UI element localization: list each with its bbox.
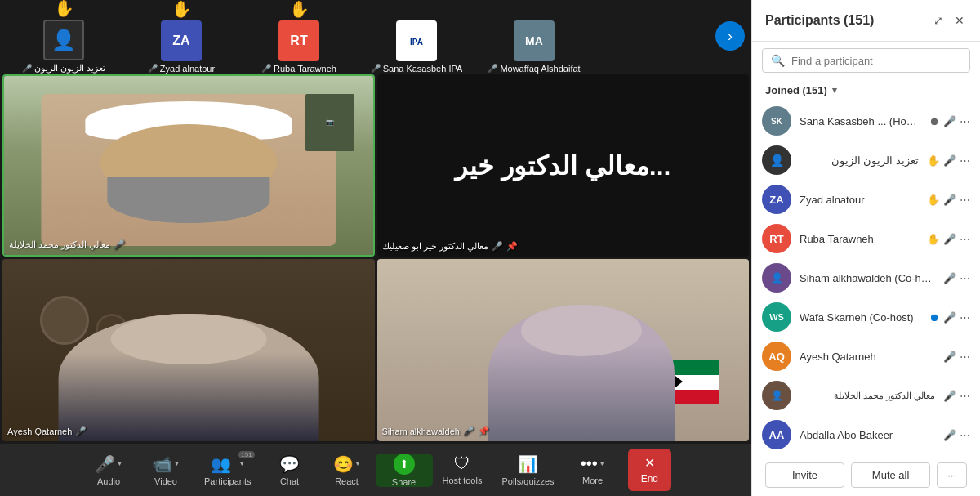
mic-off-icon-ruba: 🎤 <box>261 64 271 73</box>
invite-button[interactable]: Invite <box>765 462 844 488</box>
panel-footer: Invite Mute all ··· <box>752 454 980 496</box>
participant-controls-mohalileh: 🎤 ⋯ <box>943 390 970 402</box>
participant-name-zyad: Zyad alnatour <box>800 194 919 206</box>
video-button[interactable]: 📹 ▼ Video <box>137 454 194 486</box>
polls-icon: 📊 <box>518 454 538 474</box>
more-button[interactable]: ••• ▼ More <box>564 454 621 485</box>
hand-icon-ruba: ✋ <box>927 233 940 245</box>
react-button[interactable]: 😊 ▼ React <box>318 454 376 486</box>
chat-button[interactable]: 💬 Chat <box>261 454 318 486</box>
participant-name-tzyed: تعزيد الزيون الزيون <box>800 154 919 167</box>
more-icon-ruba: ⋯ <box>960 233 970 245</box>
video-cell-siham: ✦ 📌 🎤 Siham alkhawaldeh <box>377 259 750 441</box>
participants-panel: Participants (151) ⤢ ✕ 🔍 Joined (151) ▾ … <box>751 0 980 496</box>
participant-row-zyad[interactable]: ZA Zyad alnatour ✋ 🎤 ⋯ <box>752 180 980 219</box>
strip-name-sana: 🎤 Sana Kasasbeh IPA <box>371 64 463 74</box>
search-box[interactable]: 🔍 <box>762 48 970 73</box>
participant-info-abdalla: Abdalla Abo Bakeer <box>800 429 935 441</box>
more-options-button[interactable]: ··· <box>937 462 967 488</box>
participant-name-sana: Sana Kasasbeh ... (Host, me) <box>800 115 921 127</box>
mic-off-icon: 🎤 <box>22 64 32 73</box>
video-icon: 📹 <box>152 454 172 474</box>
share-button[interactable]: ⬆ Share <box>376 454 433 487</box>
mic-icon-abdalla: 🎤 <box>943 429 956 441</box>
search-input[interactable] <box>791 55 961 67</box>
strip-participant-ruba[interactable]: ✋ RT 🎤 Ruba Tarawneh <box>242 0 356 74</box>
participant-info-mohalileh: معالي الدكتور محمد الخلايلة <box>800 391 935 401</box>
mic-off-icon-sana: 🎤 <box>371 64 381 73</box>
search-icon: 🔍 <box>771 54 785 67</box>
participant-info-zyad: Zyad alnatour <box>800 194 919 206</box>
participants-button[interactable]: 👥 151 ▼ Participants <box>194 454 261 486</box>
participant-row-ayesh[interactable]: AQ Ayesh Qatarneh 🎤 ⋯ <box>752 337 980 376</box>
participant-avatar-sana: SK <box>762 106 791 136</box>
close-panel-button[interactable]: ✕ <box>952 11 967 29</box>
participant-row-ruba[interactable]: RT Ruba Tarawneh ✋ 🎤 ⋯ <box>752 219 980 258</box>
audio-icon: 🎤 <box>95 454 115 474</box>
mute-all-button[interactable]: Mute all <box>851 462 930 488</box>
video-grid: 📷 🎤 معالي الدكتور محمد الخلايلة ...معالي… <box>0 72 751 444</box>
next-participants-button[interactable]: › <box>715 21 745 51</box>
end-icon: ✕ <box>644 455 655 471</box>
participant-avatar-zyad: ZA <box>762 185 791 214</box>
participant-info-ayesh: Ayesh Qatarneh <box>800 351 935 363</box>
participant-controls-tzyed: ✋ 🎤 ⋯ <box>927 154 970 167</box>
more-icon-mohalileh: ⋯ <box>960 390 970 402</box>
participant-info-tzyed: تعزيد الزيون الزيون <box>800 154 919 167</box>
strip-participant-tzyed[interactable]: ✋ 👤 🎤 تعزيد الزيون الزيون <box>7 0 121 74</box>
strip-name-ruba: 🎤 Ruba Tarawneh <box>261 64 336 74</box>
participant-row-tzyed[interactable]: 👤 تعزيد الزيون الزيون ✋ 🎤 ⋯ <box>752 141 980 180</box>
mic-icon-zyad: 🎤 <box>943 194 956 206</box>
main-video-area: ✋ 👤 🎤 تعزيد الزيون الزيون ✋ ZA 🎤 Zyad al… <box>0 0 751 496</box>
participant-name-siham: Siham alkhawaldeh (Co-host) <box>800 272 935 284</box>
panel-title: Participants (151) <box>765 13 874 28</box>
host-tools-button[interactable]: 🛡 Host tools <box>433 454 492 485</box>
more-icon-sana: ⋯ <box>960 115 970 127</box>
participants-icon: 👥 <box>211 454 231 474</box>
hand-icon-zyad: ✋ <box>927 194 940 206</box>
strip-participant-zyad[interactable]: ✋ ZA 🎤 Zyad alnatour <box>124 0 238 74</box>
participant-avatar-ruba: RT <box>762 224 791 253</box>
participant-avatar-abdalla: AA <box>762 420 791 449</box>
participant-row-abdalla[interactable]: AA Abdalla Abo Bakeer 🎤 ⋯ <box>752 415 980 454</box>
video-label-siham: 📌 🎤 Siham alkhawaldeh <box>382 426 489 436</box>
chat-icon: 💬 <box>279 454 300 474</box>
more-icon-ayesh: ⋯ <box>960 351 970 363</box>
video-label-ayesh: 🎤 Ayesh Qatarneh <box>7 426 87 436</box>
strip-name-tzyed: 🎤 تعزيد الزيون الزيون <box>22 63 105 74</box>
participant-name-ruba: Ruba Tarawneh <box>800 233 919 245</box>
more-icon-tzyed: ⋯ <box>960 154 970 167</box>
participant-avatar-mohalileh: 👤 <box>762 381 791 410</box>
host-tools-icon: 🛡 <box>454 454 470 473</box>
strip-name-mowaffaq: 🎤 Mowaffaq Alshdaifat <box>488 64 580 74</box>
strip-participant-sana[interactable]: ✋ IPA 🎤 Sana Kasasbeh IPA <box>359 0 474 74</box>
participant-row-sana[interactable]: SK Sana Kasasbeh ... (Host, me) ⏺ 🎤 ⋯ <box>752 101 980 141</box>
participant-controls-ayesh: 🎤 ⋯ <box>943 351 970 363</box>
mic-icon-ruba: 🎤 <box>943 233 956 245</box>
arabic-title: ...معالي الدكتور خير <box>455 150 670 181</box>
video-cell-dark: ...معالي الدكتور خير 📌 🎤 معالي الدكتور خ… <box>377 74 750 257</box>
participants-list: SK Sana Kasasbeh ... (Host, me) ⏺ 🎤 ⋯ 👤 … <box>752 101 980 454</box>
mic-icon-siham: 🎤 <box>943 272 956 284</box>
audio-button[interactable]: 🎤 ▼ Audio <box>80 454 137 486</box>
end-button[interactable]: ✕ End <box>628 449 671 491</box>
toolbar: 🎤 ▼ Audio 📹 ▼ Video 👥 151 ▼ Participants… <box>0 444 751 496</box>
participant-avatar-ayesh: AQ <box>762 342 791 371</box>
video-label-dark: 📌 🎤 معالي الدكتور خير ابو صعيليك <box>382 241 518 252</box>
participant-row-mohalileh[interactable]: 👤 معالي الدكتور محمد الخلايلة 🎤 ⋯ <box>752 376 980 415</box>
mic-icon-sana: 🎤 <box>943 115 956 127</box>
video-label-imam: 🎤 معالي الدكتور محمد الخلايلة <box>9 239 125 250</box>
popout-button[interactable]: ⤢ <box>931 11 946 29</box>
polls-button[interactable]: 📊 Polls/quizzes <box>492 454 564 486</box>
participant-row-siham[interactable]: 👤 Siham alkhawaldeh (Co-host) 🎤 ⋯ <box>752 258 980 297</box>
panel-header-actions: ⤢ ✕ <box>931 11 967 29</box>
participant-row-wafa[interactable]: WS Wafa Skarneh (Co-host) ⏺ 🎤 ⋯ <box>752 297 980 337</box>
share-icon: ⬆ <box>394 454 415 475</box>
strip-participant-mowaffaq[interactable]: ✋ MA 🎤 Mowaffaq Alshdaifat <box>477 0 591 74</box>
mic-icon-mohalileh: 🎤 <box>943 390 956 402</box>
participant-info-ruba: Ruba Tarawneh <box>800 233 919 245</box>
participant-name-ayesh: Ayesh Qatarneh <box>800 351 935 363</box>
hand-raise-icon: ✋ <box>54 0 74 18</box>
svg-text:IPA: IPA <box>410 37 423 46</box>
mic-icon-ayesh: 🎤 <box>943 351 956 363</box>
